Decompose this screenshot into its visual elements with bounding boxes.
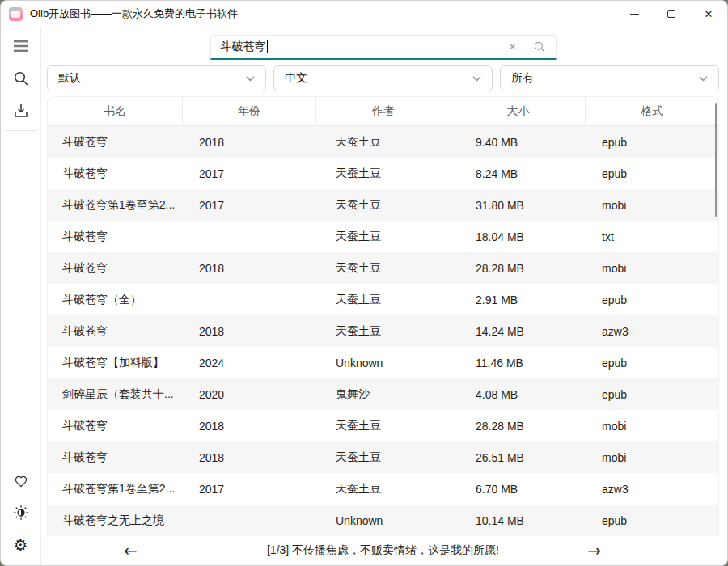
menu-button[interactable] — [5, 30, 37, 62]
cell-book-name: 斗破苍穹 — [48, 261, 183, 276]
sort-dropdown-value: 默认 — [58, 71, 81, 86]
cell-format: epub — [586, 136, 718, 149]
cell-size: 4.08 MB — [451, 388, 586, 401]
cell-size: 8.24 MB — [451, 167, 586, 180]
cell-book-name: 斗破苍穹【加料版】 — [48, 356, 183, 370]
search-input[interactable]: 斗破苍穹 ✕ — [210, 35, 557, 60]
cell-format: epub — [586, 167, 718, 180]
minimize-button[interactable] — [616, 1, 653, 27]
clear-search-icon[interactable]: ✕ — [508, 41, 516, 53]
app-logo-icon — [9, 7, 23, 21]
cell-year: 2018 — [183, 136, 316, 149]
cell-format: azw3 — [586, 325, 718, 338]
sidebar: ⚙ — [1, 27, 41, 565]
language-dropdown[interactable]: 中文 — [273, 65, 493, 91]
search-query-text: 斗破苍穹 — [221, 40, 266, 54]
brightness-icon — [13, 505, 29, 521]
cell-author: 天蚕土豆 — [316, 198, 451, 213]
titlebar: Olib开放图书——一款永久免费的电子书软件 ✕ — [1, 1, 727, 27]
cell-book-name: 斗破苍穹 — [48, 230, 183, 244]
cell-book-name: 剑碎星辰（套装共十... — [48, 387, 183, 402]
cell-format: epub — [586, 294, 718, 306]
format-dropdown-value: 所有 — [511, 71, 534, 86]
downloads-button[interactable] — [5, 95, 37, 127]
cell-format: mobi — [586, 262, 718, 275]
cell-year: 2017 — [183, 483, 316, 496]
cell-size: 2.91 MB — [451, 294, 586, 306]
gear-icon: ⚙ — [14, 537, 28, 553]
settings-button[interactable]: ⚙ — [5, 529, 37, 561]
column-header-size[interactable]: 大小 — [451, 97, 586, 125]
format-dropdown[interactable]: 所有 — [500, 65, 719, 91]
cell-size: 31.80 MB — [451, 199, 586, 212]
arrow-right-icon: → — [587, 541, 601, 560]
cell-format: mobi — [586, 199, 718, 212]
cell-format: epub — [586, 388, 718, 401]
text-caret — [267, 40, 269, 53]
pagination-bar: ← [1/3] 不传播焦虑，不贩卖情绪，这是我的所愿! → — [47, 536, 719, 565]
close-button[interactable]: ✕ — [690, 1, 727, 27]
cell-author: Unknown — [316, 514, 451, 527]
search-nav-button[interactable] — [5, 62, 37, 95]
cell-year: 2017 — [183, 199, 316, 212]
page-info-text: [1/3] 不传播焦虑，不贩卖情绪，这是我的所愿! — [267, 543, 499, 558]
cell-size: 10.14 MB — [451, 514, 586, 527]
cell-size: 26.51 MB — [451, 451, 586, 464]
cell-size: 28.28 MB — [451, 262, 586, 275]
table-row[interactable]: 斗破苍穹 2018 天蚕土豆 9.40 MB epub — [48, 126, 718, 158]
maximize-icon — [667, 10, 675, 18]
main-content: 斗破苍穹 ✕ 默认 中文 — [41, 27, 727, 565]
sort-dropdown[interactable]: 默认 — [47, 65, 266, 91]
column-header-title[interactable]: 书名 — [48, 97, 183, 125]
scrollbar-thumb[interactable] — [715, 103, 717, 217]
cell-format: mobi — [586, 420, 718, 433]
cell-author: 天蚕土豆 — [316, 135, 451, 150]
table-row[interactable]: 斗破苍穹 2018 天蚕土豆 28.28 MB mobi — [48, 410, 718, 441]
app-window: Olib开放图书——一款永久免费的电子书软件 ✕ — [0, 0, 728, 566]
table-row[interactable]: 斗破苍穹 2017 天蚕土豆 8.24 MB epub — [48, 158, 718, 189]
maximize-button[interactable] — [653, 1, 690, 27]
table-row[interactable]: 斗破苍穹 2018 天蚕土豆 14.24 MB azw3 — [48, 315, 718, 347]
table-row[interactable]: 斗破苍穹之无上之境 Unknown 10.14 MB epub — [48, 505, 718, 536]
cell-author: 天蚕土豆 — [316, 230, 451, 244]
column-header-format[interactable]: 格式 — [586, 97, 718, 125]
cell-author: 天蚕土豆 — [316, 261, 451, 276]
cell-author: Unknown — [316, 357, 451, 370]
table-row[interactable]: 斗破苍穹（全） 天蚕土豆 2.91 MB epub — [48, 284, 718, 315]
theme-toggle-button[interactable] — [5, 496, 37, 529]
results-table: 书名 年份 作者 大小 格式 斗破苍穹 2018 天蚕土豆 9.40 MB ep… — [47, 96, 719, 536]
cell-author: 天蚕土豆 — [316, 482, 451, 496]
table-body: 斗破苍穹 2018 天蚕土豆 9.40 MB epub 斗破苍穹 2017 天蚕… — [48, 126, 718, 536]
favorites-button[interactable] — [5, 464, 37, 496]
table-row[interactable]: 斗破苍穹 2018 天蚕土豆 28.28 MB mobi — [48, 252, 718, 284]
window-controls: ✕ — [616, 1, 727, 27]
chevron-down-icon — [699, 76, 708, 82]
cell-author: 天蚕土豆 — [316, 419, 451, 433]
cell-format: epub — [586, 357, 718, 370]
search-submit-icon[interactable] — [533, 40, 546, 53]
table-row[interactable]: 斗破苍穹 2018 天蚕土豆 26.51 MB mobi — [48, 441, 718, 473]
cell-format: epub — [586, 514, 718, 527]
column-header-year[interactable]: 年份 — [183, 97, 316, 125]
cell-year: 2018 — [183, 262, 316, 275]
table-row[interactable]: 斗破苍穹【加料版】 2024 Unknown 11.46 MB epub — [48, 347, 718, 378]
cell-year: 2018 — [183, 451, 316, 464]
cell-book-name: 斗破苍穹 — [48, 450, 183, 465]
search-icon — [13, 70, 29, 87]
table-row[interactable]: 斗破苍穹 天蚕土豆 18.04 MB txt — [48, 221, 718, 252]
cell-author: 天蚕土豆 — [316, 324, 451, 339]
language-dropdown-value: 中文 — [285, 71, 307, 86]
column-header-author[interactable]: 作者 — [316, 97, 451, 125]
next-page-button[interactable]: → — [587, 543, 601, 559]
cell-year: 2018 — [183, 325, 316, 338]
cell-book-name: 斗破苍穹第1卷至第2... — [48, 482, 183, 496]
minimize-icon — [630, 14, 639, 15]
table-row[interactable]: 剑碎星辰（套装共十... 2020 鬼舞沙 4.08 MB epub — [48, 378, 718, 410]
cell-author: 天蚕土豆 — [316, 293, 451, 307]
table-row[interactable]: 斗破苍穹第1卷至第2... 2017 天蚕土豆 31.80 MB mobi — [48, 189, 718, 221]
table-row[interactable]: 斗破苍穹第1卷至第2... 2017 天蚕土豆 6.70 MB azw3 — [48, 473, 718, 505]
cell-size: 28.28 MB — [451, 420, 586, 433]
cell-size: 9.40 MB — [451, 136, 586, 149]
prev-page-button[interactable]: ← — [124, 543, 138, 559]
cell-book-name: 斗破苍穹 — [48, 167, 183, 181]
